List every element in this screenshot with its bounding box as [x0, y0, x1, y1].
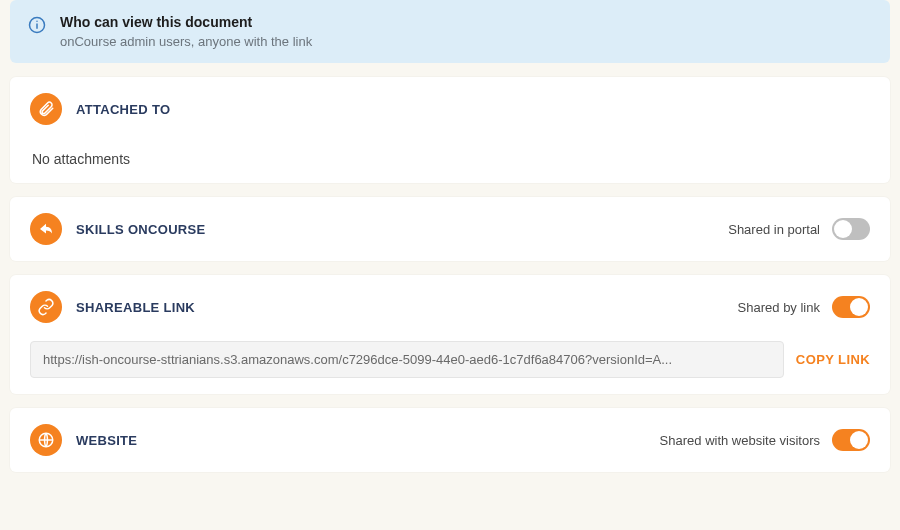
globe-icon [30, 424, 62, 456]
attached-title: ATTACHED TO [76, 102, 170, 117]
attached-header: ATTACHED TO [30, 93, 870, 125]
info-icon [28, 16, 46, 34]
info-panel: Who can view this document onCourse admi… [10, 0, 890, 63]
website-toggle[interactable] [832, 429, 870, 451]
shareable-url-field[interactable]: https://ish-oncourse-sttrianians.s3.amaz… [30, 341, 784, 378]
skills-toggle-label: Shared in portal [728, 222, 820, 237]
info-subtitle: onCourse admin users, anyone with the li… [60, 34, 312, 49]
skills-toggle-wrap: Shared in portal [728, 218, 870, 240]
skills-toggle[interactable] [832, 218, 870, 240]
shareable-link-row: https://ish-oncourse-sttrianians.s3.amaz… [30, 341, 870, 378]
shareable-card: SHAREABLE LINK Shared by link https://is… [10, 275, 890, 394]
link-icon [30, 291, 62, 323]
info-text: Who can view this document onCourse admi… [60, 14, 312, 49]
attached-card: ATTACHED TO No attachments [10, 77, 890, 183]
shareable-title: SHAREABLE LINK [76, 300, 195, 315]
shareable-toggle-label: Shared by link [738, 300, 820, 315]
website-card: WEBSITE Shared with website visitors [10, 408, 890, 472]
shareable-header: SHAREABLE LINK Shared by link [30, 291, 870, 323]
attached-body: No attachments [32, 151, 870, 167]
website-header: WEBSITE Shared with website visitors [30, 424, 870, 456]
skills-title: SKILLS ONCOURSE [76, 222, 205, 237]
website-toggle-wrap: Shared with website visitors [660, 429, 870, 451]
website-toggle-label: Shared with website visitors [660, 433, 820, 448]
info-title: Who can view this document [60, 14, 312, 30]
svg-point-2 [36, 21, 38, 23]
skills-card: SKILLS ONCOURSE Shared in portal [10, 197, 890, 261]
shareable-toggle[interactable] [832, 296, 870, 318]
copy-link-button[interactable]: COPY LINK [796, 352, 870, 367]
shareable-toggle-wrap: Shared by link [738, 296, 870, 318]
share-arrow-icon [30, 213, 62, 245]
skills-header: SKILLS ONCOURSE Shared in portal [30, 213, 870, 245]
website-title: WEBSITE [76, 433, 137, 448]
paperclip-icon [30, 93, 62, 125]
